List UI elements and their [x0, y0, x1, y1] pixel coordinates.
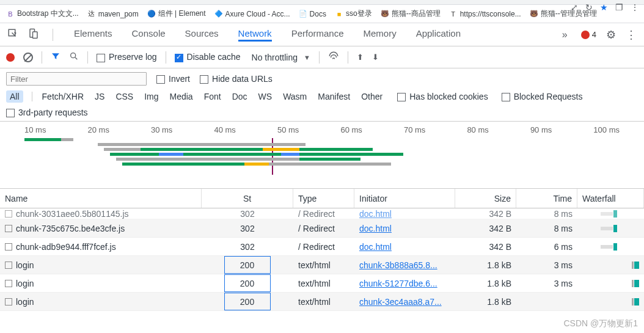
- request-name: login: [16, 279, 34, 288]
- col-status[interactable]: St: [202, 189, 293, 208]
- table-row[interactable]: chunk-3031aee0.5b801145.js 302 / Redirec…: [0, 208, 644, 219]
- initiator-link[interactable]: doc.html: [359, 209, 392, 219]
- col-waterfall[interactable]: Waterfall: [577, 189, 644, 208]
- clear-button[interactable]: [23, 53, 33, 62]
- requests-table: Name St Type Initiator Size Time Waterfa…: [0, 189, 644, 311]
- filter-toggle-icon[interactable]: [51, 51, 60, 63]
- search-icon[interactable]: [69, 51, 79, 63]
- timeline-tick: 20 ms: [87, 125, 109, 134]
- more-tabs-icon[interactable]: »: [562, 29, 568, 40]
- timeline[interactable]: 10 ms20 ms30 ms40 ms50 ms60 ms70 ms80 ms…: [0, 122, 644, 189]
- upload-icon[interactable]: ⬆: [357, 53, 364, 62]
- filter-bar: Invert Hide data URLs AllFetch/XHRJSCSSI…: [0, 68, 644, 122]
- request-name: chunk-735c675c.be4e3cfe.js: [16, 224, 125, 233]
- preserve-log-checkbox[interactable]: Preserve log: [97, 52, 157, 62]
- table-row[interactable]: login 200 text/html chunk-3ec4aaa8.a7...…: [0, 293, 644, 311]
- svg-point-3: [71, 53, 76, 58]
- col-time[interactable]: Time: [516, 189, 577, 208]
- third-party-checkbox[interactable]: 3rd-party requests: [6, 108, 88, 117]
- filter-type-manifest[interactable]: Manifest: [317, 90, 351, 103]
- kebab-menu-icon[interactable]: ⋮: [626, 28, 637, 42]
- initiator-link[interactable]: doc.html: [359, 224, 392, 233]
- download-icon[interactable]: ⬇: [372, 53, 379, 62]
- network-conditions-icon[interactable]: [328, 51, 339, 64]
- bookmark-item[interactable]: 🐻熊猫--商品管理: [381, 9, 441, 19]
- hide-data-urls-checkbox[interactable]: Hide data URLs: [200, 74, 273, 84]
- row-checkbox-icon: [5, 280, 12, 287]
- bookmark-item[interactable]: BBootstrap 中文文...: [6, 9, 79, 19]
- bookmark-item[interactable]: ■sso登录: [335, 9, 372, 19]
- filter-type-font[interactable]: Font: [203, 90, 222, 103]
- col-name[interactable]: Name: [0, 189, 202, 208]
- tab-console[interactable]: Console: [132, 28, 166, 42]
- svg-rect-2: [33, 32, 38, 38]
- has-blocked-cookies-checkbox[interactable]: Has blocked cookies: [397, 92, 488, 101]
- bookmark-item[interactable]: 🔷Axure Cloud - Acc...: [214, 10, 290, 18]
- request-name: login: [16, 260, 34, 270]
- settings-icon[interactable]: ⚙: [606, 28, 616, 42]
- timeline-tick: 70 ms: [404, 125, 425, 134]
- filter-type-ws[interactable]: WS: [257, 90, 274, 103]
- tab-memory[interactable]: Memory: [364, 28, 397, 42]
- filter-type-media[interactable]: Media: [169, 90, 194, 103]
- table-row[interactable]: login 200 text/html chunk-51277dbe.6... …: [0, 274, 644, 293]
- timeline-tick: 40 ms: [214, 125, 235, 134]
- row-checkbox-icon: [5, 262, 12, 269]
- browser-window-controls: ⤢↻★❐⋮: [571, 2, 639, 12]
- table-row[interactable]: login 200 text/html chunk-3b888a65.8... …: [0, 256, 644, 274]
- bookmark-item[interactable]: Thttps://ttsconsole...: [449, 10, 521, 18]
- timeline-tick: 90 ms: [530, 125, 552, 134]
- filter-input[interactable]: [6, 72, 147, 86]
- bookmark-item[interactable]: 🔵组件 | Element: [147, 9, 206, 19]
- col-initiator[interactable]: Initiator: [354, 189, 455, 208]
- inspect-icon[interactable]: [7, 28, 18, 41]
- filter-type-all[interactable]: All: [6, 90, 23, 103]
- tab-performance[interactable]: Performance: [291, 28, 344, 42]
- initiator-link[interactable]: chunk-51277dbe.6...: [359, 279, 437, 288]
- tab-network[interactable]: Network: [238, 28, 272, 42]
- row-checkbox-icon: [5, 243, 12, 251]
- table-row[interactable]: chunk-735c675c.be4e3cfe.js 302 / Redirec…: [0, 219, 644, 238]
- watermark: CSDN @万物更新1: [563, 318, 638, 329]
- error-badge[interactable]: 4: [581, 30, 596, 39]
- col-type[interactable]: Type: [293, 189, 354, 208]
- bookmark-item[interactable]: 📄Docs: [299, 10, 326, 18]
- network-toolbar: Preserve log Disable cache No throttling…: [0, 46, 644, 68]
- row-checkbox-icon: [5, 225, 12, 232]
- request-name: login: [16, 297, 34, 307]
- throttling-dropdown[interactable]: No throttling▼: [252, 53, 310, 62]
- filter-type-img[interactable]: Img: [143, 90, 159, 103]
- timeline-tick: 50 ms: [277, 125, 299, 134]
- tab-sources[interactable]: Sources: [185, 28, 219, 42]
- timeline-tick: 100 ms: [593, 125, 620, 134]
- tab-application[interactable]: Application: [416, 28, 461, 42]
- timeline-tick: 30 ms: [151, 125, 172, 134]
- tab-elements[interactable]: Elements: [74, 28, 112, 42]
- filter-type-wasm[interactable]: Wasm: [282, 90, 308, 103]
- filter-type-doc[interactable]: Doc: [231, 90, 249, 103]
- invert-checkbox[interactable]: Invert: [156, 74, 190, 84]
- row-checkbox-icon: [5, 298, 12, 306]
- blocked-requests-checkbox[interactable]: Blocked Requests: [502, 92, 583, 101]
- request-name: chunk-adb9e944.fff7fcef.js: [16, 242, 116, 252]
- bookmarks-bar: BBootstrap 中文文...达maven_pom🔵组件 | Element…: [0, 5, 644, 23]
- disable-cache-checkbox[interactable]: Disable cache: [175, 52, 241, 62]
- col-size[interactable]: Size: [455, 189, 516, 208]
- initiator-link[interactable]: chunk-3ec4aaa8.a7...: [359, 297, 442, 307]
- initiator-link[interactable]: chunk-3b888a65.8...: [359, 260, 437, 270]
- filter-type-other[interactable]: Other: [360, 90, 384, 103]
- timeline-tick: 10 ms: [24, 125, 46, 134]
- timeline-tick: 60 ms: [340, 125, 362, 134]
- device-toggle-icon[interactable]: [28, 28, 39, 41]
- filter-type-js[interactable]: JS: [93, 90, 106, 103]
- filter-type-fetchxhr[interactable]: Fetch/XHR: [41, 90, 85, 103]
- row-checkbox-icon: [5, 210, 12, 218]
- devtools-header: ElementsConsoleSourcesNetworkPerformance…: [0, 23, 644, 46]
- table-header: Name St Type Initiator Size Time Waterfa…: [0, 189, 644, 208]
- table-row[interactable]: chunk-adb9e944.fff7fcef.js 302 / Redirec…: [0, 238, 644, 256]
- record-button[interactable]: [6, 53, 15, 62]
- timeline-tick: 80 ms: [467, 125, 488, 134]
- bookmark-item[interactable]: 达maven_pom: [87, 10, 139, 18]
- initiator-link[interactable]: doc.html: [359, 242, 392, 252]
- filter-type-css[interactable]: CSS: [114, 90, 134, 103]
